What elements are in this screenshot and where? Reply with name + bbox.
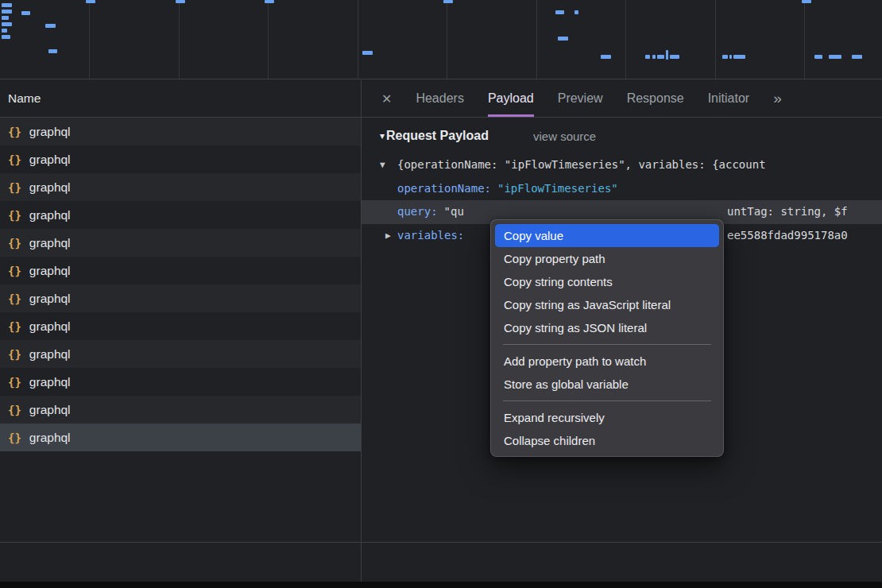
request-payload-section-header[interactable]: ▾ Request Payload view source xyxy=(362,118,882,153)
property-key: operationName: xyxy=(397,182,491,195)
property-key: variables: xyxy=(397,229,464,242)
tab-preview[interactable]: Preview xyxy=(558,80,603,117)
name-column-header[interactable]: Name xyxy=(0,80,361,117)
tab-response[interactable]: Response xyxy=(627,80,684,117)
request-name: graphql xyxy=(29,319,71,334)
request-name: graphql xyxy=(29,347,71,362)
request-name: graphql xyxy=(29,264,71,278)
menu-item-copy-value[interactable]: Copy value xyxy=(495,224,719,247)
property-key: query: xyxy=(397,205,438,218)
request-name: graphql xyxy=(29,208,71,222)
window-bottom-edge xyxy=(0,582,882,588)
request-timing-bar xyxy=(2,10,12,14)
request-row[interactable]: {}graphql xyxy=(0,201,361,229)
expander-right-icon[interactable]: ▶ xyxy=(385,224,391,248)
request-name: graphql xyxy=(29,431,71,445)
request-name: graphql xyxy=(29,125,71,139)
request-row[interactable]: {}graphql xyxy=(0,229,361,257)
json-braces-icon: {} xyxy=(8,181,21,194)
property-value-start: "qu xyxy=(444,205,464,218)
more-tabs-icon[interactable]: » xyxy=(773,90,782,107)
request-timing-bar xyxy=(362,51,373,55)
request-row[interactable]: {}graphql xyxy=(0,424,361,451)
timeline-gridline xyxy=(715,0,716,79)
network-overview[interactable] xyxy=(0,0,882,79)
request-timing-bar xyxy=(733,55,745,59)
request-timing-bar xyxy=(265,0,274,3)
section-collapse-icon[interactable]: ▾ xyxy=(380,130,385,141)
request-timing-bar xyxy=(601,55,611,59)
json-braces-icon: {} xyxy=(8,209,21,222)
request-timing-bar xyxy=(2,22,12,26)
menu-item-copy-property-path[interactable]: Copy property path xyxy=(495,247,719,270)
request-timing-bar xyxy=(48,49,57,53)
menu-item-collapse-children[interactable]: Collapse children xyxy=(495,429,719,452)
json-braces-icon: {} xyxy=(8,153,21,166)
tab-initiator[interactable]: Initiator xyxy=(708,80,749,117)
tab-headers[interactable]: Headers xyxy=(416,80,463,117)
timeline-gridline xyxy=(358,0,358,79)
header-band: Name ✕ HeadersPayloadPreviewResponseInit… xyxy=(0,80,882,118)
tab-strip: HeadersPayloadPreviewResponseInitiator xyxy=(416,80,749,117)
request-timing-bar xyxy=(86,0,95,3)
timeline-gridline xyxy=(447,0,447,79)
context-menu: Copy valueCopy property pathCopy string … xyxy=(490,219,724,457)
request-timing-bar xyxy=(722,55,728,59)
close-icon[interactable]: ✕ xyxy=(381,91,392,106)
json-braces-icon: {} xyxy=(8,265,21,277)
request-row[interactable]: {}graphql xyxy=(0,396,361,424)
request-timing-bar xyxy=(558,37,568,41)
name-column-label: Name xyxy=(8,91,41,106)
request-timing-bar xyxy=(829,55,841,59)
request-timing-bar xyxy=(645,55,650,59)
request-row[interactable]: {}graphql xyxy=(0,118,361,145)
request-row[interactable]: {}graphql xyxy=(0,173,361,201)
menu-item-copy-string-as-javascript-literal[interactable]: Copy string as JavaScript literal xyxy=(495,293,719,316)
payload-root-row[interactable]: ▼ {operationName: "ipFlowTimeseries", va… xyxy=(362,153,882,177)
request-timing-bar xyxy=(21,11,30,15)
menu-item-copy-string-as-json-literal[interactable]: Copy string as JSON literal xyxy=(495,316,719,339)
request-timing-bar xyxy=(574,10,578,14)
request-timing-bar xyxy=(729,55,732,59)
json-braces-icon: {} xyxy=(8,376,21,389)
request-row[interactable]: {}graphql xyxy=(0,145,361,173)
timeline-gridline xyxy=(89,0,90,79)
request-timing-bar xyxy=(2,35,10,39)
request-timing-bar xyxy=(2,16,9,20)
menu-item-copy-string-contents[interactable]: Copy string contents xyxy=(495,270,719,293)
view-source-link[interactable]: view source xyxy=(533,130,596,143)
request-name: graphql xyxy=(29,375,71,389)
request-timing-bar xyxy=(45,24,56,28)
json-braces-icon: {} xyxy=(8,237,21,250)
request-timing-bar xyxy=(443,0,453,3)
request-name: graphql xyxy=(29,403,71,417)
request-timing-bar xyxy=(2,29,7,33)
menu-item-expand-recursively[interactable]: Expand recursively xyxy=(495,406,719,429)
request-row[interactable]: {}graphql xyxy=(0,340,361,368)
detail-tabbar: ✕ HeadersPayloadPreviewResponseInitiator… xyxy=(361,80,882,117)
summary-divider xyxy=(0,542,882,543)
menu-item-add-property-path-to-watch[interactable]: Add property path to watch xyxy=(495,350,719,373)
timeline-gridline xyxy=(804,0,805,79)
request-timing-bar xyxy=(176,0,185,3)
object-preview-text: {operationName: "ipFlowTimeseries", vari… xyxy=(397,158,766,171)
request-timing-bar xyxy=(2,3,12,7)
timeline-gridline xyxy=(179,0,180,79)
request-row[interactable]: {}graphql xyxy=(0,284,361,312)
tab-payload[interactable]: Payload xyxy=(488,80,534,117)
property-value-string: "ipFlowTimeseries" xyxy=(497,182,618,195)
request-list: {}graphql{}graphql{}graphql{}graphql{}gr… xyxy=(0,118,361,451)
request-timing-bar xyxy=(666,50,668,60)
request-row[interactable]: {}graphql xyxy=(0,312,361,340)
json-braces-icon: {} xyxy=(8,320,21,333)
request-row[interactable]: {}graphql xyxy=(0,257,361,284)
json-braces-icon: {} xyxy=(8,348,21,361)
menu-item-store-as-global-variable[interactable]: Store as global variable xyxy=(495,373,719,396)
request-row[interactable]: {}graphql xyxy=(0,368,361,396)
request-timing-bar xyxy=(670,55,679,59)
json-braces-icon: {} xyxy=(8,292,21,305)
request-timing-bar xyxy=(652,55,656,59)
request-name: graphql xyxy=(29,180,71,195)
payload-row-operationName[interactable]: operationName:"ipFlowTimeseries" xyxy=(362,177,882,201)
expander-down-icon[interactable]: ▼ xyxy=(380,153,385,177)
